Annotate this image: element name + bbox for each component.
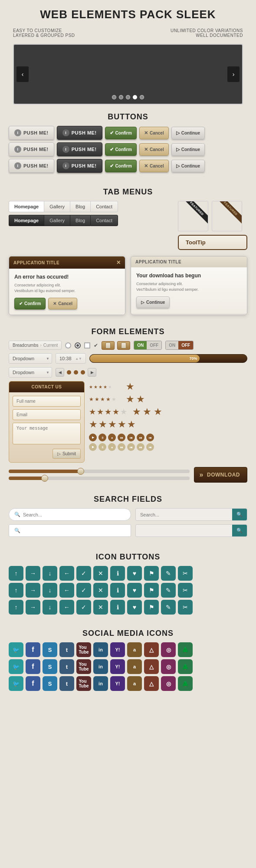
media-play-button[interactable]: ▶: [89, 434, 97, 441]
tab-homepage-dark[interactable]: Homepage: [9, 215, 44, 226]
social-facebook-2[interactable]: f: [26, 659, 40, 674]
social-designbump-3[interactable]: △: [144, 676, 159, 691]
search-button-4[interactable]: 🔍: [232, 525, 247, 536]
push-button-light-3[interactable]: i PUSH ME!: [9, 159, 54, 173]
icon-btn-heart-3[interactable]: ♥: [127, 600, 142, 615]
social-skype-1[interactable]: S: [43, 642, 57, 657]
icon-btn-left-2[interactable]: ←: [59, 583, 74, 598]
icon-btn-heart-2[interactable]: ♥: [127, 583, 142, 598]
media-rew-light[interactable]: ⏮: [127, 443, 135, 451]
social-tumblr-1[interactable]: t: [59, 642, 74, 657]
social-amazon-1[interactable]: a: [127, 642, 142, 657]
icon-btn-right-1[interactable]: →: [26, 566, 40, 581]
search-button-2[interactable]: 🔍: [232, 509, 247, 520]
push-button-light-2[interactable]: i PUSH ME!: [9, 142, 54, 156]
icon-btn-down-2[interactable]: ↓: [43, 583, 57, 598]
checkmark-icon[interactable]: ✔: [94, 342, 98, 349]
search-box-3[interactable]: 🔍: [9, 524, 131, 537]
icon-btn-right-3[interactable]: →: [26, 600, 40, 615]
icon-btn-scissors-3[interactable]: ✂: [178, 600, 193, 615]
social-yahoo-2[interactable]: Y!: [110, 659, 125, 674]
radio-1[interactable]: [65, 342, 71, 349]
dialog-confirm-button[interactable]: ✔ Confirm: [14, 298, 46, 309]
confirm-button-3[interactable]: ✔ Confirm: [105, 160, 137, 172]
push-button-dark-1[interactable]: i PUSH ME!: [57, 126, 102, 140]
slider-prev-button[interactable]: ‹: [16, 66, 29, 82]
social-youtube-2[interactable]: YouTube: [76, 659, 91, 674]
search-input-1[interactable]: [23, 512, 125, 517]
icon-btn-up-2[interactable]: ↑: [9, 583, 23, 598]
tab-contact-light[interactable]: Contact: [90, 201, 118, 212]
tab-gallery-dark[interactable]: Gallery: [44, 215, 70, 226]
continue-button-3[interactable]: ▷ Continue: [171, 160, 205, 172]
media-skip-fwd[interactable]: ⏭: [137, 434, 144, 441]
tab-gallery-light[interactable]: Gallery: [44, 201, 70, 212]
toggle-on-off-2[interactable]: ON OFF: [165, 341, 194, 350]
scroll-right-button[interactable]: ▶: [88, 368, 96, 377]
slider-track-1[interactable]: [9, 470, 190, 473]
icon-btn-info-3[interactable]: ℹ: [110, 600, 125, 615]
icon-btn-edit-1[interactable]: ✎: [161, 566, 176, 581]
icon-btn-info-2[interactable]: ℹ: [110, 583, 125, 598]
icon-btn-x-3[interactable]: ✕: [93, 600, 108, 615]
social-linkedin-2[interactable]: in: [93, 659, 108, 674]
icon-btn-x-1[interactable]: ✕: [93, 566, 108, 581]
social-tree-3[interactable]: 🌲: [178, 676, 193, 691]
icon-btn-flag-2[interactable]: ⚑: [144, 583, 159, 598]
dialog-cancel-button[interactable]: ✕ Cancel: [48, 298, 77, 309]
social-twitter-2[interactable]: 🐦: [9, 659, 23, 674]
social-amazon-3[interactable]: a: [127, 676, 142, 691]
icon-btn-check-3[interactable]: ✓: [76, 600, 91, 615]
icon-btn-scissors-2[interactable]: ✂: [178, 583, 193, 598]
continue-button-2[interactable]: ▷ Continue: [171, 143, 205, 156]
email-input[interactable]: [13, 409, 81, 420]
push-button-light-1[interactable]: i PUSH ME!: [9, 126, 54, 140]
icon-btn-check-2[interactable]: ✓: [76, 583, 91, 598]
icon-btn-scissors-1[interactable]: ✂: [178, 566, 193, 581]
media-pause-light[interactable]: ⏸: [98, 443, 106, 451]
push-button-dark-3[interactable]: i PUSH ME!: [57, 159, 102, 173]
social-designbump-1[interactable]: △: [144, 642, 159, 657]
slider-dot-3[interactable]: [126, 95, 130, 99]
icon-btn-up-3[interactable]: ↑: [9, 600, 23, 615]
push-button-dark-2[interactable]: i PUSH ME!: [57, 142, 102, 156]
slider-track-2[interactable]: [9, 477, 190, 480]
icon-btn-down-3[interactable]: ↓: [43, 600, 57, 615]
slider-dot-5[interactable]: [140, 95, 144, 99]
slider-dot-2[interactable]: [119, 95, 123, 99]
continue-button-1[interactable]: ▷ Continue: [171, 127, 205, 139]
dropdown-2[interactable]: Dropdown: [9, 367, 52, 378]
star-1[interactable]: ★: [89, 385, 93, 389]
social-youtube-3[interactable]: YouTube: [76, 676, 91, 691]
dialog-continue-button[interactable]: ▷ Continue: [136, 296, 170, 308]
tab-homepage-light[interactable]: Homepage: [9, 201, 44, 212]
star-3[interactable]: ★: [98, 385, 102, 389]
social-tumblr-3[interactable]: t: [59, 676, 74, 691]
star-5[interactable]: ★: [108, 385, 112, 389]
icon-btn-edit-3[interactable]: ✎: [161, 600, 176, 615]
download-button[interactable]: » DOWNLOAD: [194, 467, 247, 483]
social-tumblr-2[interactable]: t: [59, 659, 74, 674]
media-pause-button[interactable]: ⏸: [98, 434, 106, 441]
mini-toggle-1[interactable]: [102, 341, 115, 350]
media-ff-button[interactable]: ⏭: [118, 434, 125, 441]
social-tree-2[interactable]: 🌲: [178, 659, 193, 674]
toggle-on-off-1[interactable]: ON OFF: [134, 341, 162, 350]
social-twitter-1[interactable]: 🐦: [9, 642, 23, 657]
media-skip-back-light[interactable]: ⏮: [146, 443, 154, 451]
star-2[interactable]: ★: [94, 385, 98, 389]
checkbox-1[interactable]: [84, 342, 90, 349]
media-skip-back[interactable]: ⏮: [146, 434, 154, 441]
slider-thumb-2[interactable]: [41, 475, 48, 482]
media-stop-light[interactable]: ●: [108, 443, 116, 451]
close-icon[interactable]: ✕: [116, 260, 121, 266]
icon-btn-edit-2[interactable]: ✎: [161, 583, 176, 598]
social-dribbble-2[interactable]: ◎: [161, 659, 176, 674]
icon-btn-info-1[interactable]: ℹ: [110, 566, 125, 581]
tab-blog-dark[interactable]: Blog: [70, 215, 90, 226]
search-input-4[interactable]: [136, 525, 232, 536]
social-twitter-3[interactable]: 🐦: [9, 676, 23, 691]
confirm-button-2[interactable]: ✔ Confirm: [105, 143, 137, 156]
social-facebook-1[interactable]: f: [26, 642, 40, 657]
social-skype-2[interactable]: S: [43, 659, 57, 674]
